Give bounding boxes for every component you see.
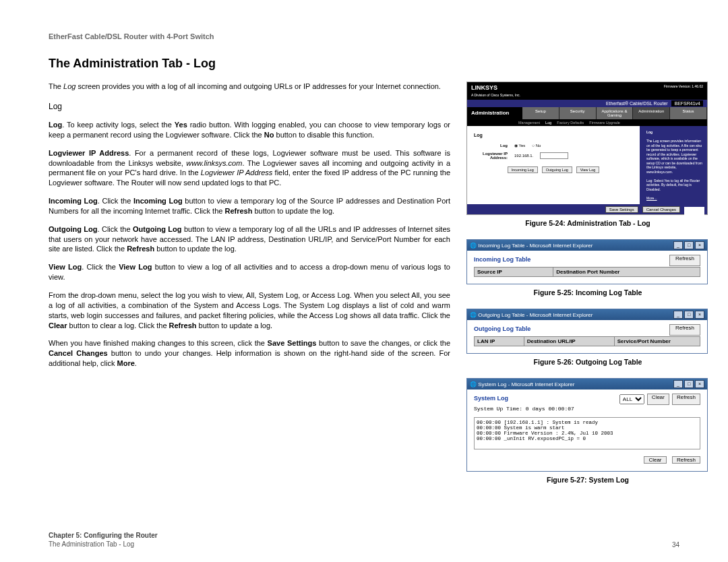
subtab-factory-defaults[interactable]: Factory Defaults bbox=[557, 121, 584, 125]
admin-section-label: Administration bbox=[467, 107, 522, 119]
figure-5-26: 🌐 Outgoing Log Table - Microsoft Interne… bbox=[466, 309, 709, 366]
brand-logo: LINKSYS bbox=[471, 84, 497, 91]
help-heading: Log bbox=[646, 130, 653, 134]
cancel-changes-button[interactable]: Cancel Changes bbox=[642, 206, 680, 213]
page-number: 34 bbox=[672, 541, 679, 549]
footer-section: The Administration Tab - Log bbox=[49, 540, 134, 548]
figure-5-27: 🌐 System Log - Microsoft Internet Explor… bbox=[466, 378, 709, 484]
model-code: BEFSR41v4 bbox=[671, 100, 703, 106]
minimize-icon[interactable]: _ bbox=[673, 380, 683, 388]
refresh-button-bottom[interactable]: Refresh bbox=[672, 456, 700, 464]
tab-setup[interactable]: Setup bbox=[522, 107, 559, 119]
logviewer-ip-prefix: 192.168.1. bbox=[514, 154, 533, 158]
clear-button-bottom[interactable]: Clear bbox=[644, 456, 666, 464]
paragraph-outgoing-log: Outgoing Log. Click the Outgoing Log but… bbox=[49, 224, 450, 255]
page-footer: Chapter 5: Configuring the Router The Ad… bbox=[49, 531, 679, 549]
close-icon[interactable]: × bbox=[695, 380, 704, 388]
intro-paragraph: The Log screen provides you with a log o… bbox=[49, 82, 450, 92]
outgoing-log-table: LAN IP Destination URL/IP Service/Port N… bbox=[474, 336, 700, 346]
log-field-label: Log bbox=[474, 144, 508, 148]
tab-apps-gaming[interactable]: Applications & Gaming bbox=[597, 107, 634, 119]
maximize-icon[interactable]: □ bbox=[684, 380, 694, 388]
figures-column: LINKSYS A Division of Cisco Systems, Inc… bbox=[466, 82, 709, 496]
firmware-version: Firmware Version: 1.46.02 bbox=[664, 84, 703, 98]
tab-administration[interactable]: Administration bbox=[633, 107, 670, 119]
figure-5-25-caption: Figure 5-25: Incoming Log Table bbox=[466, 288, 709, 296]
minimize-icon[interactable]: _ bbox=[673, 311, 683, 319]
save-settings-button[interactable]: Save Settings bbox=[605, 206, 638, 213]
outgoing-log-heading: Outgoing Log Table bbox=[474, 325, 700, 332]
tab-security[interactable]: Security bbox=[559, 107, 597, 119]
view-log-button[interactable]: View Log bbox=[576, 166, 600, 173]
figure-5-27-caption: Figure 5-27: System Log bbox=[466, 476, 709, 484]
footer-chapter: Chapter 5: Configuring the Router bbox=[49, 532, 158, 539]
ie-icon: 🌐 bbox=[470, 381, 477, 387]
col-source-ip: Source IP bbox=[475, 268, 553, 277]
paragraph-log: Log. To keep activity logs, select the Y… bbox=[49, 120, 450, 140]
radio-no[interactable]: ○ No bbox=[532, 144, 541, 148]
logviewer-ip-input[interactable] bbox=[540, 152, 568, 159]
close-icon[interactable]: × bbox=[695, 311, 704, 319]
radio-yes[interactable]: ◉ Yes bbox=[514, 143, 525, 148]
help-log-text: Log: Select Yes to log all the Router ac… bbox=[646, 179, 700, 191]
form-heading-log: Log bbox=[474, 133, 633, 137]
incoming-log-heading: Incoming Log Table bbox=[474, 256, 700, 263]
subtab-firmware-upgrade[interactable]: Firmware Upgrade bbox=[589, 121, 620, 125]
help-text: The Log screen provides information on a… bbox=[646, 139, 702, 174]
col-service-port: Service/Port Number bbox=[614, 337, 700, 346]
paragraph-save-cancel: When you have finished making changes to… bbox=[49, 338, 450, 369]
paragraph-incoming-log: Incoming Log. Click the Incoming Log but… bbox=[49, 196, 450, 216]
figure-5-26-caption: Figure 5-26: Outgoing Log Table bbox=[466, 358, 709, 366]
outgoing-log-button[interactable]: Outgoing Log bbox=[542, 166, 572, 173]
subtab-management[interactable]: Management bbox=[518, 121, 540, 125]
clear-button[interactable]: Clear bbox=[647, 394, 669, 405]
page-title: The Administration Tab - Log bbox=[49, 57, 679, 71]
minimize-icon[interactable]: _ bbox=[673, 241, 683, 249]
help-more-link[interactable]: More... bbox=[646, 196, 657, 200]
col-lan-ip: LAN IP bbox=[475, 337, 524, 346]
subtab-log[interactable]: Log bbox=[545, 121, 551, 125]
tab-status[interactable]: Status bbox=[670, 107, 707, 119]
logviewer-ip-label: Logviewer IP Address: bbox=[474, 152, 508, 160]
figure-5-24-caption: Figure 5-24: Administration Tab - Log bbox=[466, 219, 709, 227]
ie-icon: 🌐 bbox=[470, 243, 477, 249]
incoming-log-table: Source IP Destination Port Number bbox=[474, 267, 700, 277]
window-title-outgoing: Outgoing Log Table - Microsoft Internet … bbox=[478, 312, 593, 318]
maximize-icon[interactable]: □ bbox=[684, 241, 694, 249]
figure-5-24: LINKSYS A Division of Cisco Systems, Inc… bbox=[466, 82, 709, 227]
window-title-incoming: Incoming Log Table - Microsoft Internet … bbox=[478, 243, 593, 249]
refresh-button[interactable]: Refresh bbox=[672, 394, 700, 405]
paragraph-dropdown: From the drop-down menu, select the log … bbox=[49, 290, 450, 330]
maximize-icon[interactable]: □ bbox=[684, 311, 694, 319]
product-header: EtherFast Cable/DSL Router with 4-Port S… bbox=[49, 32, 679, 40]
refresh-button[interactable]: Refresh bbox=[669, 324, 700, 336]
section-heading-log: Log bbox=[49, 101, 450, 112]
system-log-output: 00:00:00 [192.168.1.1] : System is ready… bbox=[474, 417, 700, 449]
close-icon[interactable]: × bbox=[695, 241, 704, 249]
window-title-syslog: System Log - Microsoft Internet Explorer bbox=[478, 381, 574, 387]
paragraph-logviewer-ip: Logviewer IP Address. For a permanent re… bbox=[49, 148, 450, 188]
ie-icon: 🌐 bbox=[470, 312, 477, 318]
syslog-filter-select[interactable]: ALL bbox=[619, 394, 644, 404]
system-uptime: System Up Time: 0 days 00:00:07 bbox=[474, 406, 700, 412]
col-dest-port: Destination Port Number bbox=[553, 268, 700, 277]
col-dest-url-ip: Destination URL/IP bbox=[524, 337, 614, 346]
refresh-button[interactable]: Refresh bbox=[669, 255, 700, 266]
paragraph-view-log: View Log. Click the View Log button to v… bbox=[49, 262, 450, 282]
cisco-logo-icon bbox=[684, 207, 704, 219]
model-line: Etherfast® Cable/DSL Router bbox=[606, 101, 668, 106]
body-text-column: The Log screen provides you with a log o… bbox=[49, 82, 450, 496]
figure-5-25: 🌐 Incoming Log Table - Microsoft Interne… bbox=[466, 239, 709, 296]
brand-sub: A Division of Cisco Systems, Inc. bbox=[471, 93, 520, 97]
incoming-log-button[interactable]: Incoming Log bbox=[508, 166, 538, 173]
